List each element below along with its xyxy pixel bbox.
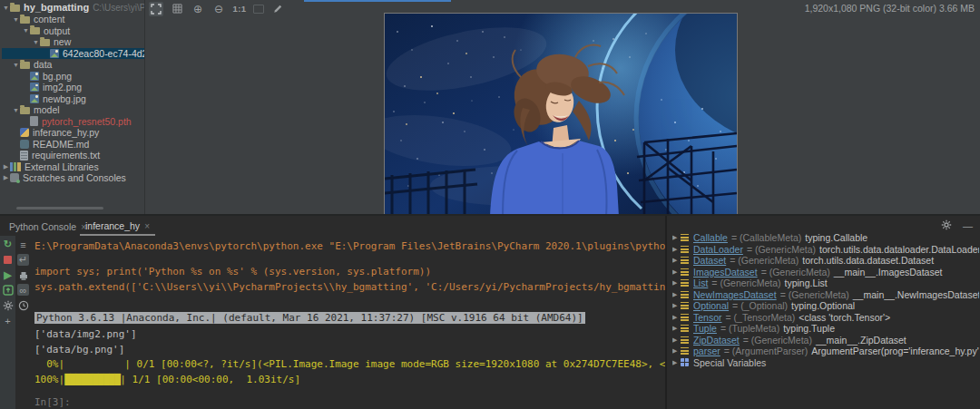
variable-name[interactable]: Tuple [693, 323, 717, 334]
grid-toggle-button[interactable] [170, 2, 184, 16]
chevron-right-icon[interactable]: ▶ [672, 325, 681, 332]
chevron-right-icon[interactable]: ▶ [672, 336, 681, 344]
variable-name[interactable]: parser [693, 346, 720, 356]
chevron-right-icon[interactable]: ▶ [672, 257, 681, 264]
variable-meta: = (GenericMeta) [780, 289, 849, 300]
variable-row-imagesdataset[interactable]: ▶ImagesDataset= (GenericMeta)__main__.Im… [672, 267, 979, 278]
variable-row-list[interactable]: ▶List= (GenericMeta)typing.List [672, 278, 979, 289]
special-variables-row[interactable]: ▶Special Variables [672, 357, 979, 369]
variable-name[interactable]: ZipDataset [693, 335, 740, 346]
tree-item-data[interactable]: ▼data [2, 59, 145, 71]
variable-row-callable[interactable]: ▶Callable= (CallableMeta)typing.Callable [672, 232, 979, 244]
variable-row-parser[interactable]: ▶parser= (ArgumentParser)ArgumentParser(… [672, 346, 979, 357]
tree-item-external-libraries[interactable]: ▶External Libraries [2, 161, 145, 173]
variable-icon [681, 302, 689, 309]
execute-icon[interactable] [2, 284, 14, 296]
chevron-right-icon[interactable]: ▶ [672, 302, 681, 309]
chevron-down-icon[interactable]: ▼ [2, 5, 10, 11]
variable-row-newimagesdataset[interactable]: ▶NewImagesDataset= (GenericMeta)__main__… [672, 289, 979, 301]
file-icon [30, 116, 38, 126]
tree-item-model[interactable]: ▼model [2, 104, 145, 116]
variable-name[interactable]: DataLoader [693, 244, 743, 255]
variable-value: __main__.NewImagesDataset [853, 289, 979, 300]
tree-item-label: newbg.jpg [43, 93, 86, 104]
project-tree[interactable]: ▼content ▼output ▼new 642eac80-ec74-4d22… [2, 14, 145, 184]
chevron-right-icon[interactable]: ▶ [672, 246, 681, 253]
chevron-right-icon[interactable]: ▶ [2, 163, 10, 170]
gear-icon[interactable] [941, 219, 952, 232]
variable-icon [681, 325, 689, 332]
tree-item-inferance-hy-py[interactable]: inferance_hy.py [2, 127, 145, 139]
variable-icon [681, 336, 689, 344]
actual-size-button[interactable]: 1:1 [232, 2, 247, 16]
variable-name[interactable]: NewImagesDataset [693, 289, 777, 300]
chevron-right-icon[interactable]: ▶ [672, 268, 681, 276]
chevron-right-icon[interactable]: ▶ [672, 291, 681, 298]
tree-item-new[interactable]: ▼new [2, 36, 145, 48]
variable-row-optional[interactable]: ▶Optional= (_Optional)typing.Optional [672, 300, 979, 312]
fit-zoom-button[interactable] [149, 2, 163, 16]
variable-row-tensor[interactable]: ▶Tensor= (_TensorMeta)<class 'torch.Tens… [672, 312, 979, 324]
gear-icon[interactable] [2, 299, 14, 311]
infinity-icon[interactable]: ∞ [17, 284, 29, 296]
chevron-down-icon[interactable]: ▼ [12, 107, 20, 113]
variable-name[interactable]: List [693, 278, 708, 288]
variables-panel[interactable]: — ▶Callable= (CallableMeta)typing.Callab… [665, 216, 980, 409]
project-root-label: hy_bgmatting [24, 2, 89, 13]
chevron-right-icon[interactable]: ▶ [672, 234, 681, 241]
variables-header-actions: — [941, 219, 973, 232]
print-icon[interactable] [17, 269, 29, 281]
variable-name[interactable]: Optional [693, 300, 729, 311]
tree-item-readme-md[interactable]: README.md [2, 139, 145, 151]
variable-row-tuple[interactable]: ▶Tuple= (TupleMeta)typing.Tuple [672, 323, 979, 335]
variable-row-zipdataset[interactable]: ▶ZipDataset= (GenericMeta)__main__.ZipDa… [672, 335, 979, 346]
tree-item-content[interactable]: ▼content [2, 14, 145, 25]
console-run-toolbar: ↻ ▶ + [0, 236, 15, 409]
zoom-in-button[interactable]: ⊕ [191, 2, 205, 16]
tree-item-pytorch-resnet50[interactable]: pytorch_resnet50.pth [2, 116, 145, 128]
chevron-right-icon[interactable]: ▶ [672, 347, 681, 355]
chevron-down-icon[interactable]: ▼ [12, 16, 20, 23]
chevron-right-icon[interactable]: ▶ [672, 314, 681, 321]
variable-icon [681, 246, 689, 253]
tree-item-642eac80-selected[interactable]: 642eac80-ec74-4d22-99d9-5 [2, 48, 145, 60]
project-panel[interactable]: ▼ hy_bgmatting C:\Users\yi\PycharmProje … [0, 0, 145, 214]
edit-image-button[interactable] [270, 2, 285, 16]
rerun-icon[interactable]: ↻ [2, 239, 14, 250]
chevron-right-icon[interactable]: ▶ [672, 359, 681, 366]
console-output[interactable]: E:\ProgramData\Anaconda3\envs\pytorch\py… [34, 216, 665, 409]
variable-row-dataset[interactable]: ▶Dataset= (GenericMeta)torch.utils.data.… [672, 255, 979, 267]
plus-icon[interactable]: + [2, 315, 14, 326]
variable-row-dataloader[interactable]: ▶DataLoader= (GenericMeta)torch.utils.da… [672, 244, 979, 256]
tree-item-requirements-txt[interactable]: requirements.txt [2, 150, 145, 161]
chevron-down-icon[interactable]: ▼ [12, 62, 20, 68]
tree-item-scratches[interactable]: ▶Scratches and Consoles [2, 172, 145, 184]
hide-icon[interactable]: — [963, 220, 973, 231]
variable-name[interactable]: Dataset [693, 255, 726, 266]
zoom-out-button[interactable]: ⊖ [211, 2, 226, 16]
project-root-path: C:\Users\yi\PycharmProje [93, 3, 145, 13]
tree-item-newbg-jpg[interactable]: newbg.jpg [2, 93, 145, 105]
tree-item-bg-png[interactable]: bg.png [2, 71, 145, 83]
variable-name[interactable]: ImagesDataset [693, 267, 758, 278]
project-root-row[interactable]: ▼ hy_bgmatting C:\Users\yi\PycharmProje [2, 2, 145, 14]
stop-icon[interactable] [2, 254, 14, 266]
soft-wrap-icon[interactable]: ↵ [17, 254, 29, 266]
variable-name[interactable]: Callable [693, 232, 728, 243]
chevron-down-icon[interactable]: ▼ [32, 39, 40, 45]
chessboard-toggle-icon[interactable] [253, 5, 264, 14]
chevron-right-icon[interactable]: ▶ [2, 174, 10, 181]
history-clock-icon[interactable] [17, 299, 29, 311]
variable-name[interactable]: Tensor [693, 312, 722, 323]
image-preview[interactable] [384, 13, 738, 218]
tree-item-output[interactable]: ▼output [2, 25, 145, 37]
chevron-right-icon[interactable]: ▶ [672, 279, 681, 287]
resume-icon[interactable]: ▶ [2, 269, 14, 281]
horizontal-scrollbar[interactable] [16, 207, 103, 209]
scroll-to-end-icon[interactable]: ≡ [17, 239, 29, 250]
console-line-progress0: 0%| | 0/1 [00:00<?, ?it/s](<PIL.Image.Im… [34, 357, 665, 371]
folder-icon [30, 27, 40, 34]
tree-item-label: 642eac80-ec74-4d22-99d9-5 [63, 48, 145, 59]
chevron-down-icon[interactable]: ▼ [22, 27, 30, 34]
tree-item-img2-png[interactable]: img2.png [2, 82, 145, 93]
